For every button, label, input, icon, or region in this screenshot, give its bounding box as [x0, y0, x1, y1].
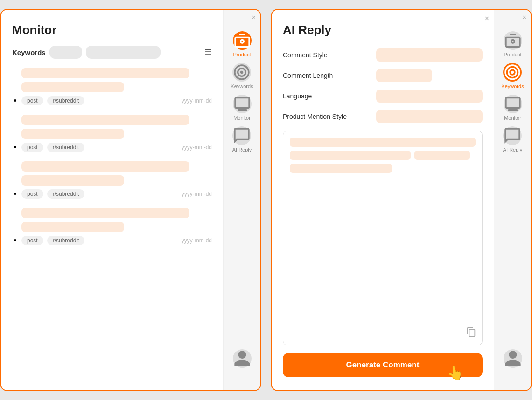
tag-subreddit[interactable]: r/subreddit	[47, 189, 85, 199]
user-icon	[233, 349, 252, 368]
sidebar-item-ai-reply[interactable]: AI Reply	[232, 126, 252, 152]
ta-line-4	[290, 164, 392, 173]
right-sidebar-close-button[interactable]: ×	[523, 14, 526, 21]
right-panel-title: AI Reply	[283, 23, 483, 37]
right-sidebar: × Product Keywords	[494, 10, 531, 390]
sidebar-user-icon[interactable]	[233, 349, 252, 377]
right-sidebar-user-icon[interactable]	[504, 349, 522, 377]
ai-reply-icon	[232, 126, 251, 145]
right-product-nav-label: Product	[504, 52, 522, 57]
tags-left: post r/subreddit	[21, 143, 84, 152]
language-label: Language	[283, 92, 376, 100]
comment-style-input[interactable]	[376, 48, 483, 62]
language-row: Language	[283, 90, 483, 103]
right-sidebar-item-keywords[interactable]: Keywords	[501, 63, 524, 89]
tag-subreddit[interactable]: r/subreddit	[47, 96, 85, 105]
tag-post[interactable]: post	[21, 236, 43, 245]
item-title-bar	[21, 115, 189, 125]
tag-post[interactable]: post	[21, 143, 43, 152]
tags-row: post r/subreddit yyyy-mm-dd	[21, 236, 212, 245]
tag-subreddit[interactable]: r/subreddit	[47, 143, 85, 152]
item-title-bar	[21, 161, 189, 172]
keywords-nav-label: Keywords	[231, 83, 253, 89]
list-item: post r/subreddit yyyy-mm-dd	[21, 68, 212, 105]
ai-reply-nav-label: AI Reply	[232, 147, 252, 152]
left-panel-title: Monitor	[12, 23, 212, 37]
panels-container: × Monitor Keywords ☰ post r/subreddit	[0, 0, 532, 400]
left-content: × Monitor Keywords ☰ post r/subreddit	[1, 10, 223, 390]
keywords-row: Keywords ☰	[12, 46, 212, 59]
tags-row: post r/subreddit yyyy-mm-dd	[21, 96, 212, 105]
ta-line-1	[290, 138, 476, 147]
keywords-icon	[232, 63, 251, 82]
product-nav-label: Product	[233, 52, 251, 57]
item-sub-bar	[21, 82, 124, 92]
sidebar-item-product[interactable]: Product	[233, 31, 252, 57]
right-monitor-icon	[504, 95, 522, 113]
monitor-nav-label: Monitor	[233, 115, 251, 121]
right-content: × AI Reply Comment Style Comment Length …	[272, 10, 494, 390]
language-input[interactable]	[376, 90, 483, 103]
tag-post[interactable]: post	[21, 96, 43, 105]
monitor-icon	[233, 95, 252, 113]
comment-length-row: Comment Length	[283, 69, 483, 82]
item-sub-bar	[21, 129, 124, 139]
item-title-bar	[21, 208, 189, 218]
right-ai-reply-nav-label: AI Reply	[503, 147, 523, 152]
right-ai-reply-icon	[503, 126, 522, 145]
tags-left: post r/subreddit	[21, 189, 84, 199]
reply-textarea[interactable]	[283, 131, 483, 345]
comment-length-input[interactable]	[376, 69, 432, 82]
right-sidebar-item-product[interactable]: Product	[504, 31, 522, 57]
generate-btn-label: Generate Comment	[346, 360, 420, 369]
right-sidebar-item-monitor[interactable]: Monitor	[504, 95, 522, 121]
right-keywords-nav-label: Keywords	[501, 83, 524, 89]
comment-style-label: Comment Style	[283, 51, 376, 59]
right-sidebar-item-ai-reply[interactable]: AI Reply	[503, 126, 523, 152]
menu-icon[interactable]: ☰	[204, 47, 212, 57]
left-sidebar: × Product Keywords	[223, 10, 260, 390]
product-icon	[233, 31, 252, 50]
tags-left: post r/subreddit	[21, 96, 84, 105]
right-user-icon	[504, 349, 522, 368]
sidebar-item-monitor[interactable]: Monitor	[233, 95, 252, 121]
ta-line-3	[414, 151, 470, 160]
sidebar-item-keywords[interactable]: Keywords	[231, 63, 253, 89]
tag-subreddit[interactable]: r/subreddit	[47, 236, 85, 245]
left-sidebar-close-button[interactable]: ×	[252, 14, 256, 21]
item-sub-bar	[21, 175, 124, 186]
date-text: yyyy-mm-dd	[182, 191, 212, 197]
keywords-pill-1	[49, 46, 82, 59]
right-monitor-nav-label: Monitor	[504, 115, 521, 121]
product-mention-row: Product Mention Style	[283, 110, 483, 123]
right-close-button[interactable]: ×	[485, 14, 489, 23]
left-panel: × Monitor Keywords ☰ post r/subreddit	[0, 9, 261, 391]
copy-icon[interactable]	[466, 327, 476, 339]
list-item: post r/subreddit yyyy-mm-dd	[21, 208, 212, 245]
tags-row: post r/subreddit yyyy-mm-dd	[21, 189, 212, 199]
keywords-pill-2	[86, 46, 161, 59]
keywords-label: Keywords	[12, 48, 46, 56]
comment-length-label: Comment Length	[283, 72, 376, 79]
tags-row: post r/subreddit yyyy-mm-dd	[21, 143, 212, 152]
item-title-bar	[21, 68, 189, 78]
tag-post[interactable]: post	[21, 189, 43, 199]
date-text: yyyy-mm-dd	[182, 144, 212, 151]
product-mention-label: Product Mention Style	[283, 113, 376, 120]
tags-left: post r/subreddit	[21, 236, 84, 245]
item-sub-bar	[21, 222, 124, 232]
right-keywords-icon	[503, 63, 522, 82]
list-item: post r/subreddit yyyy-mm-dd	[21, 115, 212, 152]
monitor-list: post r/subreddit yyyy-mm-dd post r/subre…	[12, 68, 212, 245]
right-product-icon	[504, 31, 522, 50]
cursor-hand-icon: 👆	[447, 365, 464, 381]
generate-comment-button[interactable]: Generate Comment 👆	[283, 353, 483, 377]
right-panel: × AI Reply Comment Style Comment Length …	[271, 9, 532, 391]
comment-style-row: Comment Style	[283, 48, 483, 62]
product-mention-input[interactable]	[376, 110, 483, 123]
date-text: yyyy-mm-dd	[182, 237, 212, 244]
ta-line-2	[290, 151, 411, 160]
date-text: yyyy-mm-dd	[182, 97, 212, 104]
list-item: post r/subreddit yyyy-mm-dd	[21, 161, 212, 199]
